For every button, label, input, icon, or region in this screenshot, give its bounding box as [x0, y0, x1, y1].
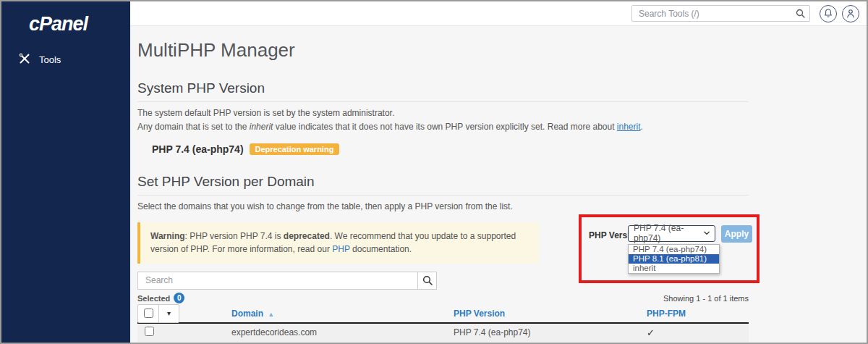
row-domain: expertdecorideas.com [231, 327, 454, 337]
page-content: MultiPHP Manager System PHP Version The … [137, 39, 749, 342]
apply-button[interactable]: Apply [721, 225, 752, 243]
table-header-row: ▾ Domain ▲ PHP Version PHP-FPM [137, 305, 749, 324]
php-version-select[interactable]: PHP 7.4 (ea-php74) [628, 225, 715, 242]
deprecation-warning-badge: Deprecation warning [250, 143, 340, 155]
search-icon [796, 9, 805, 18]
system-php-description: The system default PHP version is set by… [137, 106, 749, 133]
select-menu-button[interactable]: ▾ [158, 305, 179, 322]
select-all-checkbox-cell[interactable] [138, 305, 158, 322]
sidebar: cPanel Tools [1, 1, 130, 343]
row-php-version: PHP 7.4 (ea-php74) [454, 327, 644, 337]
table-search-input[interactable] [137, 272, 418, 290]
set-php-version-description: Select the domains that you wish to chan… [137, 200, 749, 214]
apply-row: Warning: PHP version PHP 7.4 is deprecat… [137, 221, 749, 272]
main-area: MultiPHP Manager System PHP Version The … [130, 1, 867, 343]
page-title: MultiPHP Manager [137, 39, 749, 62]
tools-icon [19, 53, 30, 67]
select-all-checkbox[interactable] [144, 309, 153, 318]
user-icon [846, 9, 855, 18]
php-version-option-list: PHP 7.4 (ea-php74) PHP 8.1 (ea-php81) in… [628, 244, 720, 274]
inherit-link[interactable]: inherit [617, 122, 641, 132]
option-php81-highlighted[interactable]: PHP 8.1 (ea-php81) [629, 254, 719, 264]
chevron-down-icon [704, 231, 710, 235]
deprecation-warning-box: Warning: PHP version PHP 7.4 is deprecat… [137, 222, 539, 264]
showing-items-text: Showing 1 - 1 of 1 items [663, 294, 749, 303]
column-header-php-fpm[interactable]: PHP-FPM [644, 309, 749, 319]
table-row: expertdecorideas.com PHP 7.4 (ea-php74) … [137, 324, 749, 342]
search-tools-input[interactable] [631, 5, 810, 22]
notifications-button[interactable] [820, 5, 837, 22]
highlight-annotation-box: PHP Version PHP 7.4 (ea-php74) Apply PHP… [579, 214, 760, 283]
selected-count-badge: 0 [174, 293, 184, 303]
table-meta-row: Selected 0 Showing 1 - 1 of 1 items [137, 292, 749, 305]
column-header-domain[interactable]: Domain ▲ [231, 309, 454, 319]
set-php-version-heading: Set PHP Version per Domain [137, 174, 749, 196]
search-icon [422, 275, 433, 285]
account-button[interactable] [842, 5, 859, 22]
bell-icon [824, 9, 833, 18]
row-checkbox[interactable] [145, 327, 154, 336]
option-inherit[interactable]: inherit [629, 264, 719, 273]
sidebar-item-tools[interactable]: Tools [19, 53, 130, 67]
tools-search [631, 5, 810, 22]
option-php74[interactable]: PHP 7.4 (ea-php74) [629, 245, 719, 254]
table-search-button[interactable] [418, 272, 437, 290]
selected-counter: Selected 0 [137, 293, 184, 303]
topbar [130, 1, 867, 26]
column-header-php-version[interactable]: PHP Version [454, 309, 644, 319]
cpanel-logo: cPanel [29, 13, 130, 35]
caret-down-icon: ▾ [167, 309, 171, 317]
php-doc-link[interactable]: PHP [332, 244, 349, 254]
select-all-group: ▾ [137, 304, 179, 323]
system-php-version-heading: System PHP Version [137, 80, 749, 102]
system-php-version-value: PHP 7.4 (ea-php74) Deprecation warning [152, 143, 749, 155]
app-window: cPanel Tools [0, 0, 868, 344]
sidebar-item-label: Tools [39, 54, 61, 65]
php-fpm-check-icon: ✓ [644, 327, 749, 338]
sort-asc-icon: ▲ [268, 311, 274, 318]
